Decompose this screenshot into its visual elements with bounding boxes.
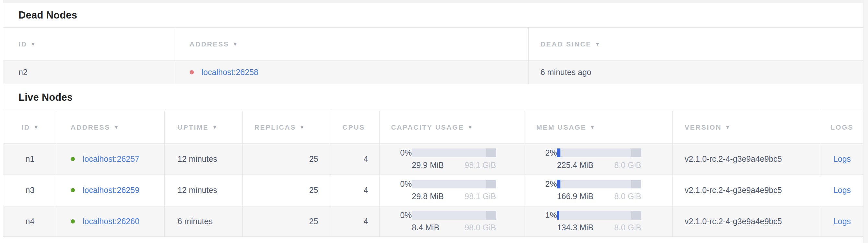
top-edge-strip bbox=[3, 0, 863, 3]
live-status-dot-icon bbox=[71, 157, 75, 161]
column-header-label: ADDRESS bbox=[71, 124, 110, 131]
column-header-cpus: CPUS bbox=[330, 111, 379, 143]
column-header-uptime[interactable]: UPTIME ▼ bbox=[165, 111, 243, 143]
usage-bar-capacity-segment bbox=[486, 148, 496, 157]
cell-capacity-usage: 0% 29.8 MiB 98.1 GiB bbox=[379, 175, 525, 206]
usage-bar-fill bbox=[557, 180, 560, 188]
capacity-usage-widget: 0% 8.4 MiB 98.0 GiB bbox=[393, 211, 506, 232]
cell-uptime: 6 minutes bbox=[165, 206, 243, 237]
column-header-replicas[interactable]: REPLICAS ▼ bbox=[243, 111, 330, 143]
cell-node-id: n2 bbox=[3, 61, 176, 84]
column-header-label: DEAD SINCE bbox=[540, 40, 591, 48]
live-nodes-header-row: ID ▼ ADDRESS ▼ UPTIME ▼ REPLICAS ▼ CPUS bbox=[3, 111, 863, 143]
sort-desc-icon: ▼ bbox=[725, 125, 730, 130]
usage-bar-capacity-segment bbox=[486, 211, 496, 220]
column-header-label: VERSION bbox=[685, 124, 721, 131]
logs-link[interactable]: Logs bbox=[833, 217, 851, 226]
node-address-link[interactable]: localhost:26257 bbox=[83, 154, 140, 164]
column-header-address[interactable]: ADDRESS ▼ bbox=[57, 111, 165, 143]
sort-desc-icon: ▼ bbox=[595, 41, 600, 47]
live-status-dot-icon bbox=[71, 219, 75, 223]
column-header-mem-usage[interactable]: MEM USAGE ▼ bbox=[524, 111, 673, 143]
node-address-link[interactable]: localhost:26260 bbox=[83, 217, 140, 226]
sort-desc-icon: ▼ bbox=[212, 125, 217, 130]
logs-link[interactable]: Logs bbox=[833, 154, 851, 164]
nodes-overview-page: Dead Nodes ID ▼ ADDRESS ▼ DEAD SINCE ▼ n… bbox=[0, 0, 868, 243]
cell-replicas: 25 bbox=[243, 175, 330, 206]
column-header-capacity-usage[interactable]: CAPACITY USAGE ▼ bbox=[379, 111, 525, 143]
cell-cpus: 4 bbox=[330, 143, 379, 174]
usage-total-value: 98.0 GiB bbox=[464, 223, 496, 232]
live-status-dot-icon bbox=[71, 188, 75, 192]
cell-cpus: 4 bbox=[330, 206, 379, 237]
cell-node-address: localhost:26260 bbox=[57, 206, 165, 237]
usage-bar bbox=[412, 211, 496, 220]
usage-percent: 2% bbox=[537, 179, 557, 189]
usage-bar-capacity-segment bbox=[631, 211, 641, 220]
node-address-link[interactable]: localhost:26258 bbox=[202, 68, 258, 77]
cell-mem-usage: 2% 225.4 MiB 8.0 GiB bbox=[524, 143, 673, 174]
dead-nodes-header-row: ID ▼ ADDRESS ▼ DEAD SINCE ▼ bbox=[3, 27, 863, 60]
dead-node-row: n2 localhost:26258 6 minutes ago bbox=[3, 60, 863, 84]
sort-desc-icon: ▼ bbox=[31, 41, 36, 47]
column-header-version[interactable]: VERSION ▼ bbox=[673, 111, 821, 143]
usage-bar-fill bbox=[557, 211, 559, 220]
column-header-label: ID bbox=[19, 40, 27, 48]
column-header-label: MEM USAGE bbox=[536, 124, 586, 131]
usage-total-value: 8.0 GiB bbox=[614, 192, 641, 201]
usage-total-value: 98.1 GiB bbox=[464, 161, 496, 170]
usage-used-value: 8.4 MiB bbox=[412, 223, 439, 232]
cell-capacity-usage: 0% 8.4 MiB 98.0 GiB bbox=[379, 206, 525, 237]
column-header-dead-since[interactable]: DEAD SINCE ▼ bbox=[529, 28, 863, 60]
dead-nodes-title: Dead Nodes bbox=[3, 3, 863, 27]
usage-percent: 0% bbox=[393, 148, 412, 158]
cell-mem-usage: 2% 166.9 MiB 8.0 GiB bbox=[524, 175, 673, 206]
usage-bar-capacity-segment bbox=[486, 180, 496, 188]
usage-bar bbox=[412, 148, 496, 157]
live-node-row: n1 localhost:26257 12 minutes 25 4 0% bbox=[3, 143, 863, 174]
capacity-usage-widget: 0% 29.8 MiB 98.1 GiB bbox=[393, 179, 506, 201]
column-header-label: ADDRESS bbox=[190, 40, 229, 48]
cell-uptime: 12 minutes bbox=[165, 143, 243, 174]
cell-replicas: 25 bbox=[243, 206, 330, 237]
column-header-id[interactable]: ID ▼ bbox=[3, 28, 176, 60]
column-header-label: LOGS bbox=[831, 124, 854, 131]
column-header-label: CPUS bbox=[343, 124, 365, 131]
dead-nodes-section: Dead Nodes ID ▼ ADDRESS ▼ DEAD SINCE ▼ n… bbox=[3, 3, 863, 84]
logs-link[interactable]: Logs bbox=[833, 186, 851, 195]
column-header-id[interactable]: ID ▼ bbox=[3, 111, 57, 143]
cell-version: v2.1.0-rc.2-4-g3e9a4e9bc5 bbox=[673, 206, 821, 237]
mem-usage-widget: 1% 134.3 MiB 8.0 GiB bbox=[537, 211, 654, 232]
live-nodes-section: Live Nodes ID ▼ ADDRESS ▼ UPTIME ▼ REPLI… bbox=[3, 84, 863, 237]
column-header-label: CAPACITY USAGE bbox=[391, 124, 464, 131]
sort-desc-icon: ▼ bbox=[590, 125, 595, 130]
cell-capacity-usage: 0% 29.9 MiB 98.1 GiB bbox=[379, 143, 525, 174]
column-header-label: ID bbox=[21, 124, 30, 131]
sort-desc-icon: ▼ bbox=[34, 125, 38, 130]
cell-node-id: n3 bbox=[3, 175, 57, 206]
capacity-usage-widget: 0% 29.9 MiB 98.1 GiB bbox=[393, 148, 506, 170]
usage-bar bbox=[557, 148, 641, 157]
cell-node-id: n1 bbox=[3, 143, 57, 174]
live-node-row: n4 localhost:26260 6 minutes 25 4 0% bbox=[3, 206, 863, 237]
usage-bar-fill bbox=[557, 148, 560, 157]
column-header-address[interactable]: ADDRESS ▼ bbox=[176, 28, 529, 60]
cell-node-address: localhost:26259 bbox=[57, 175, 165, 206]
mem-usage-widget: 2% 225.4 MiB 8.0 GiB bbox=[537, 148, 654, 170]
usage-used-value: 29.8 MiB bbox=[412, 192, 444, 201]
node-address-link[interactable]: localhost:26259 bbox=[83, 186, 140, 195]
usage-total-value: 8.0 GiB bbox=[614, 161, 641, 170]
cell-version: v2.1.0-rc.2-4-g3e9a4e9bc5 bbox=[673, 175, 821, 206]
column-header-label: REPLICAS bbox=[254, 124, 296, 131]
live-nodes-title: Live Nodes bbox=[3, 84, 863, 111]
sort-desc-icon: ▼ bbox=[468, 125, 472, 130]
page-scroll-gutter[interactable] bbox=[863, 0, 868, 243]
cell-version: v2.1.0-rc.2-4-g3e9a4e9bc5 bbox=[673, 143, 821, 174]
cell-node-id: n4 bbox=[3, 206, 57, 237]
live-node-row: n3 localhost:26259 12 minutes 25 4 0% bbox=[3, 174, 863, 206]
usage-percent: 0% bbox=[393, 179, 412, 189]
usage-percent: 1% bbox=[537, 211, 557, 220]
sort-desc-icon: ▼ bbox=[233, 41, 238, 47]
dead-status-dot-icon bbox=[190, 70, 194, 74]
column-header-label: UPTIME bbox=[178, 124, 209, 131]
